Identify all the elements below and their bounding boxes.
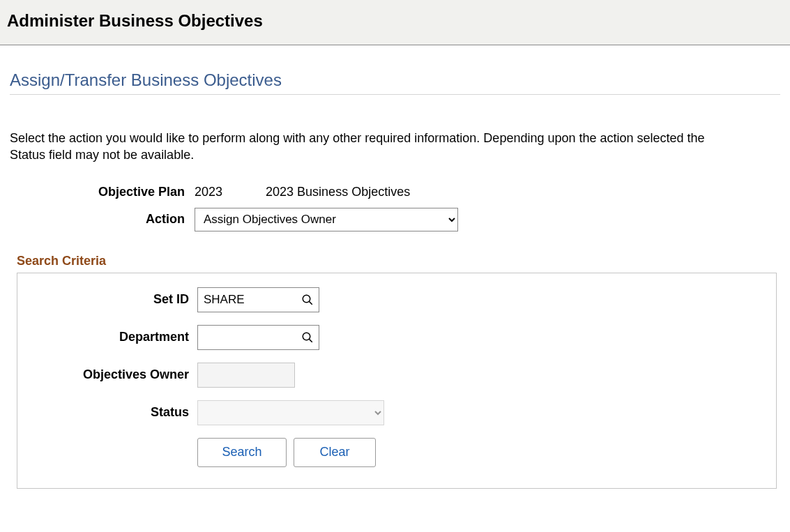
objectives-owner-input [197,363,295,388]
department-label: Department [17,330,197,344]
svg-point-0 [303,295,310,303]
search-icon [301,331,314,344]
button-row: Search Clear [197,438,776,467]
form-area: Objective Plan 2023 2023 Business Object… [10,185,780,231]
objective-plan-label: Objective Plan [10,185,195,199]
department-lookup-button[interactable] [298,328,317,347]
status-select [197,400,384,425]
set-id-lookup-wrapper [197,287,319,312]
search-icon [301,294,314,306]
action-row: Action Assign Objectives Owner [10,208,780,231]
objective-plan-year: 2023 [195,185,222,199]
svg-line-1 [310,301,312,304]
action-select[interactable]: Assign Objectives Owner [195,208,458,231]
set-id-row: Set ID [17,287,776,312]
section-title: Assign/Transfer Business Objectives [10,70,780,95]
action-label: Action [10,212,195,227]
objectives-owner-label: Objectives Owner [17,367,197,382]
objective-plan-row: Objective Plan 2023 2023 Business Object… [10,185,780,199]
status-label: Status [17,405,197,420]
set-id-lookup-button[interactable] [298,291,317,309]
objective-plan-desc: 2023 Business Objectives [266,185,410,199]
objectives-owner-row: Objectives Owner [17,363,776,388]
set-id-label: Set ID [17,292,197,307]
page-header: Administer Business Objectives [0,0,790,45]
status-row: Status [17,400,776,425]
department-lookup-wrapper [197,325,319,350]
search-criteria-box: Set ID Department [17,273,777,489]
department-row: Department [17,325,776,350]
main-content: Assign/Transfer Business Objectives Sele… [0,70,790,532]
page-title: Administer Business Objectives [7,11,783,31]
description-text: Select the action you would like to perf… [10,130,707,164]
search-button[interactable]: Search [197,438,287,467]
svg-line-3 [310,339,312,342]
search-criteria-heading: Search Criteria [17,254,780,268]
clear-button[interactable]: Clear [294,438,376,467]
svg-point-2 [303,333,310,340]
